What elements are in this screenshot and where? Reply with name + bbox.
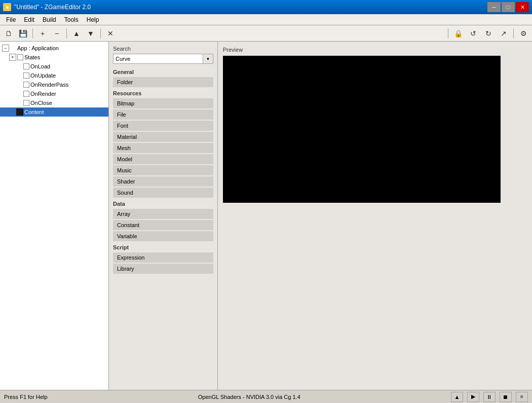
toolbar-separator-2 (66, 28, 67, 39)
tree-checkbox-onrenderpass[interactable] (23, 82, 29, 88)
status-help-text: Press F1 for Help (4, 394, 48, 400)
toolbar: 🗋 💾 + − ▲ ▼ ✕ 🔒 ↺ ↻ ↗ ⚙ (0, 25, 532, 42)
tree-item-states[interactable]: + States (0, 53, 108, 62)
title-bar: ★ "Untitled" - ZGameEditor 2.0 ─ □ ✕ (0, 0, 532, 14)
tree-item-onclose[interactable]: OnClose (0, 98, 108, 107)
status-center-text: OpenGL Shaders - NVIDIA 3.0 via Cg 1.4 (198, 394, 300, 400)
tree-checkbox-onrender[interactable] (23, 91, 29, 97)
content-icon (16, 108, 23, 116)
tree-checkbox-onclose[interactable] (23, 100, 29, 106)
save-button[interactable]: 💾 (16, 27, 29, 40)
redo-button[interactable]: ↻ (482, 27, 495, 40)
list-item-material[interactable]: Material (113, 132, 213, 142)
settings-button[interactable]: ⚙ (517, 27, 530, 40)
tree-label-onrender: OnRender (30, 91, 56, 97)
tree-toggle-states[interactable]: + (9, 54, 16, 61)
menu-file[interactable]: File (2, 15, 20, 24)
list-item-library[interactable]: Library (113, 264, 213, 274)
section-header-data: Data (113, 201, 213, 207)
tree-item-onload[interactable]: OnLoad (0, 62, 108, 71)
component-panel: Search ▼ General Folder Resources Bitmap… (109, 42, 218, 390)
warning-button[interactable]: ▲ (451, 392, 463, 402)
move-down-button[interactable]: ▼ (84, 27, 97, 40)
move-up-button[interactable]: ▲ (70, 27, 83, 40)
play-button[interactable]: ▶ (467, 392, 479, 402)
list-item-array[interactable]: Array (113, 209, 213, 219)
toolbar-separator-1 (32, 28, 33, 39)
new-button[interactable]: 🗋 (2, 27, 15, 40)
list-item-expression[interactable]: Expression (113, 252, 213, 263)
search-dropdown-btn[interactable]: ▼ (203, 54, 213, 64)
status-right: ▲ ▶ ⏸ ⏹ ≡ (451, 392, 528, 402)
toolbar-separator-4 (448, 28, 448, 39)
list-item-folder[interactable]: Folder (113, 77, 213, 87)
delete-button[interactable]: ✕ (104, 27, 117, 40)
list-item-constant[interactable]: Constant (113, 220, 213, 230)
toolbar-separator-3 (100, 28, 101, 39)
list-item-font[interactable]: Font (113, 121, 213, 131)
tree-app-root[interactable]: − App : Application (0, 44, 108, 53)
title-bar-text: "Untitled" - ZGameEditor 2.0 (14, 4, 91, 11)
maximize-button[interactable]: □ (502, 2, 515, 12)
search-label: Search (113, 46, 213, 52)
toolbar-right: 🔒 ↺ ↻ ↗ (451, 27, 510, 40)
search-input[interactable] (113, 54, 203, 64)
tree-item-onrenderpass[interactable]: OnRenderPass (0, 80, 108, 89)
preview-canvas (223, 56, 501, 203)
tree-checkbox-states[interactable] (17, 54, 23, 60)
list-item-model[interactable]: Model (113, 154, 213, 164)
export-button[interactable]: ↗ (497, 27, 510, 40)
preview-label: Preview (223, 47, 527, 53)
section-header-resources: Resources (113, 90, 213, 96)
tree-label-onupdate: OnUpdate (30, 72, 56, 79)
menu-tools[interactable]: Tools (60, 15, 83, 24)
tree-item-onupdate[interactable]: OnUpdate (0, 71, 108, 80)
tree-toggle-app[interactable]: − (2, 45, 9, 52)
tree-item-onrender[interactable]: OnRender (0, 89, 108, 98)
list-item-music[interactable]: Music (113, 165, 213, 175)
list-item-file[interactable]: File (113, 109, 213, 120)
app-icon: ★ (3, 3, 11, 11)
tree-item-content[interactable]: Content (0, 107, 108, 117)
stop-button[interactable]: ⏹ (500, 392, 512, 402)
add-button[interactable]: + (36, 27, 49, 40)
search-row: ▼ (113, 54, 213, 64)
main-area: − App : Application + States OnLoad OnUp… (0, 42, 532, 390)
list-item-variable[interactable]: Variable (113, 231, 213, 241)
section-header-general: General (113, 69, 213, 75)
title-bar-left: ★ "Untitled" - ZGameEditor 2.0 (3, 3, 91, 11)
menu-bar: File Edit Build Tools Help (0, 14, 532, 25)
status-bar: Press F1 for Help OpenGL Shaders - NVIDI… (0, 390, 532, 403)
list-item-sound[interactable]: Sound (113, 188, 213, 198)
undo-button[interactable]: ↺ (467, 27, 480, 40)
list-item-shader[interactable]: Shader (113, 176, 213, 187)
remove-button[interactable]: − (50, 27, 63, 40)
minimize-button[interactable]: ─ (487, 2, 501, 12)
tree-checkbox-onload[interactable] (23, 63, 29, 69)
menu-edit[interactable]: Edit (20, 15, 39, 24)
tree-label-states: States (24, 54, 40, 60)
menu-build[interactable]: Build (39, 15, 60, 24)
status-menu-button[interactable]: ≡ (516, 392, 528, 402)
list-item-mesh[interactable]: Mesh (113, 143, 213, 153)
lock-button[interactable]: 🔒 (451, 27, 465, 40)
menu-help[interactable]: Help (83, 15, 103, 24)
tree-label-onrenderpass: OnRenderPass (30, 82, 68, 88)
tree-panel: − App : Application + States OnLoad OnUp… (0, 42, 109, 390)
list-item-bitmap[interactable]: Bitmap (113, 98, 213, 108)
tree-label-onclose: OnClose (30, 100, 52, 106)
tree-checkbox-onupdate[interactable] (23, 72, 29, 79)
close-button[interactable]: ✕ (516, 2, 529, 12)
toolbar-separator-5 (513, 28, 514, 39)
tree-label-content: Content (24, 109, 44, 115)
section-header-script: Script (113, 244, 213, 250)
title-bar-controls: ─ □ ✕ (487, 2, 529, 12)
preview-panel: Preview (218, 42, 532, 390)
tree-app-label: App : Application (17, 45, 59, 51)
tree-label-onload: OnLoad (30, 63, 50, 69)
pause-button[interactable]: ⏸ (483, 392, 496, 402)
